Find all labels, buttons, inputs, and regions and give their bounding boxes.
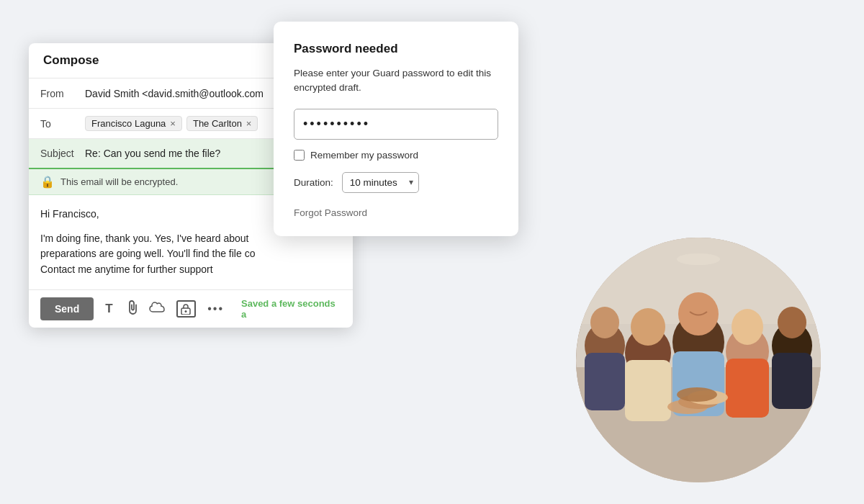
duration-label: Duration:	[294, 177, 333, 188]
tag-francisco-close[interactable]: ×	[170, 118, 176, 129]
saved-status: Saved a few seconds a	[241, 298, 341, 320]
tag-francisco[interactable]: Francisco Laguna ×	[85, 116, 182, 131]
tag-carlton-close[interactable]: ×	[246, 118, 252, 129]
svg-rect-20	[772, 353, 812, 409]
svg-point-24	[677, 387, 717, 402]
text-format-icon[interactable]: T	[105, 302, 112, 316]
svg-point-5	[677, 253, 720, 265]
duration-row: Duration: 10 minutes 30 minutes 1 hour 1…	[294, 172, 498, 193]
svg-rect-17	[726, 359, 769, 418]
attach-icon[interactable]	[125, 299, 138, 318]
to-label: To	[40, 118, 85, 130]
remember-label: Remember my password	[310, 150, 418, 161]
team-photo-svg	[576, 238, 821, 482]
lock-box-icon[interactable]	[176, 300, 197, 318]
team-photo	[576, 238, 821, 482]
compose-toolbar: Send T ••• Saved a few seconds a	[29, 289, 353, 328]
tag-carlton-label: The Carlton	[193, 118, 242, 129]
tag-francisco-label: Francisco Laguna	[91, 118, 166, 129]
password-input[interactable]	[294, 109, 498, 140]
body-line4: Contact me anytime for further support	[40, 262, 341, 278]
from-label: From	[40, 88, 85, 99]
encryption-text: This email will be encrypted.	[60, 176, 300, 187]
svg-point-19	[778, 307, 806, 338]
cloud-icon[interactable]	[149, 301, 165, 316]
duration-select-wrapper: 10 minutes 30 minutes 1 hour 1 day	[342, 172, 419, 193]
tag-carlton[interactable]: The Carlton ×	[186, 116, 258, 131]
more-options-icon[interactable]: •••	[207, 302, 224, 315]
send-button[interactable]: Send	[40, 297, 94, 320]
svg-rect-11	[625, 360, 671, 421]
lock-green-icon: 🔒	[40, 175, 55, 189]
dialog-title: Password needed	[294, 42, 498, 56]
svg-point-13	[678, 292, 719, 336]
subject-label: Subject	[40, 148, 85, 159]
svg-rect-8	[585, 353, 625, 410]
remember-row: Remember my password	[294, 150, 498, 161]
svg-point-7	[590, 307, 619, 338]
body-line3: preparations are going well. You'll find…	[40, 246, 341, 262]
svg-point-10	[631, 308, 665, 346]
svg-point-16	[732, 309, 763, 345]
password-dialog: Password needed Please enter your Guard …	[274, 22, 518, 236]
dialog-description: Please enter your Guard password to edit…	[294, 66, 498, 96]
duration-select[interactable]: 10 minutes 30 minutes 1 hour 1 day	[342, 172, 419, 193]
remember-checkbox[interactable]	[294, 150, 305, 161]
svg-point-1	[185, 310, 187, 312]
forgot-password-link[interactable]: Forgot Password	[294, 207, 367, 218]
